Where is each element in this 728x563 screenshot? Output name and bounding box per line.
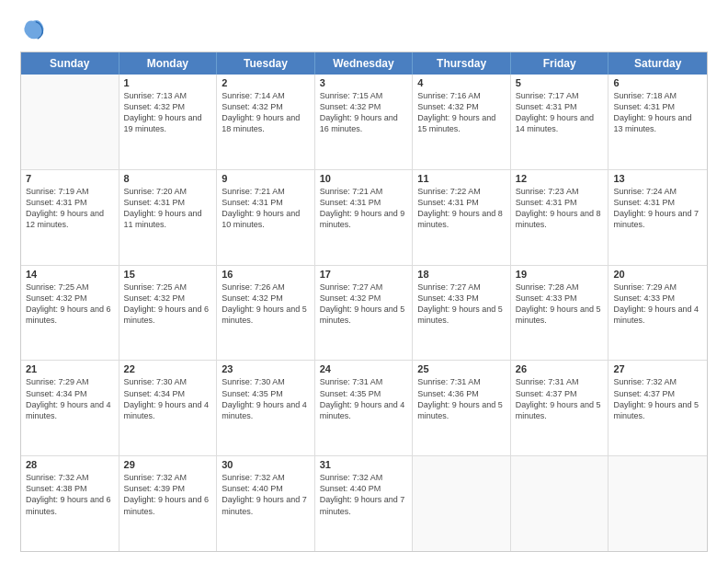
logo-icon (20, 17, 46, 42)
day-number: 17 (320, 269, 408, 280)
header-day: Saturday (609, 52, 707, 75)
calendar-cell: 18Sunrise: 7:27 AM Sunset: 4:33 PM Dayli… (413, 266, 511, 361)
day-number: 18 (417, 269, 506, 280)
calendar-cell: 14Sunrise: 7:25 AM Sunset: 4:32 PM Dayli… (21, 266, 119, 361)
cell-info: Sunrise: 7:31 AM Sunset: 4:36 PM Dayligh… (417, 376, 506, 421)
day-number: 16 (222, 269, 310, 280)
calendar-cell: 4Sunrise: 7:16 AM Sunset: 4:32 PM Daylig… (413, 75, 511, 169)
cell-info: Sunrise: 7:28 AM Sunset: 4:33 PM Dayligh… (516, 282, 604, 327)
cell-info: Sunrise: 7:19 AM Sunset: 4:31 PM Dayligh… (26, 186, 114, 231)
calendar-cell: 11Sunrise: 7:22 AM Sunset: 4:31 PM Dayli… (413, 170, 511, 265)
calendar-cell: 24Sunrise: 7:31 AM Sunset: 4:35 PM Dayli… (315, 361, 414, 455)
header-day: Monday (119, 52, 218, 75)
calendar-cell (413, 456, 511, 551)
page: SundayMondayTuesdayWednesdayThursdayFrid… (0, 0, 728, 563)
calendar-row: 28Sunrise: 7:32 AM Sunset: 4:38 PM Dayli… (21, 456, 707, 551)
calendar-row: 7Sunrise: 7:19 AM Sunset: 4:31 PM Daylig… (21, 170, 707, 266)
cell-info: Sunrise: 7:20 AM Sunset: 4:31 PM Dayligh… (124, 186, 212, 231)
cell-info: Sunrise: 7:25 AM Sunset: 4:32 PM Dayligh… (26, 282, 114, 327)
logo (20, 17, 50, 42)
cell-info: Sunrise: 7:32 AM Sunset: 4:38 PM Dayligh… (26, 472, 114, 517)
cell-info: Sunrise: 7:32 AM Sunset: 4:37 PM Dayligh… (613, 376, 702, 421)
cell-info: Sunrise: 7:21 AM Sunset: 4:31 PM Dayligh… (222, 186, 310, 231)
calendar-cell: 12Sunrise: 7:23 AM Sunset: 4:31 PM Dayli… (511, 170, 609, 265)
calendar-cell: 1Sunrise: 7:13 AM Sunset: 4:32 PM Daylig… (119, 75, 218, 169)
cell-info: Sunrise: 7:15 AM Sunset: 4:32 PM Dayligh… (320, 90, 408, 135)
calendar-cell: 16Sunrise: 7:26 AM Sunset: 4:32 PM Dayli… (217, 266, 315, 361)
header-day: Tuesday (217, 52, 315, 75)
calendar-cell: 3Sunrise: 7:15 AM Sunset: 4:32 PM Daylig… (315, 75, 414, 169)
calendar-body: 1Sunrise: 7:13 AM Sunset: 4:32 PM Daylig… (21, 75, 707, 551)
day-number: 31 (320, 459, 408, 470)
calendar-cell: 6Sunrise: 7:18 AM Sunset: 4:31 PM Daylig… (609, 75, 707, 169)
calendar-cell: 26Sunrise: 7:31 AM Sunset: 4:37 PM Dayli… (511, 361, 609, 455)
calendar-row: 1Sunrise: 7:13 AM Sunset: 4:32 PM Daylig… (21, 75, 707, 170)
day-number: 1 (124, 77, 212, 88)
calendar-cell: 31Sunrise: 7:32 AM Sunset: 4:40 PM Dayli… (315, 456, 414, 551)
calendar-cell: 5Sunrise: 7:17 AM Sunset: 4:31 PM Daylig… (511, 75, 609, 169)
calendar-cell: 27Sunrise: 7:32 AM Sunset: 4:37 PM Dayli… (609, 361, 707, 455)
day-number: 21 (26, 363, 114, 374)
day-number: 2 (222, 77, 310, 88)
cell-info: Sunrise: 7:14 AM Sunset: 4:32 PM Dayligh… (222, 90, 310, 135)
day-number: 24 (320, 363, 408, 374)
header-day: Thursday (413, 52, 511, 75)
cell-info: Sunrise: 7:16 AM Sunset: 4:32 PM Dayligh… (417, 90, 506, 135)
cell-info: Sunrise: 7:22 AM Sunset: 4:31 PM Dayligh… (417, 186, 506, 231)
day-number: 14 (26, 269, 114, 280)
cell-info: Sunrise: 7:24 AM Sunset: 4:31 PM Dayligh… (613, 186, 702, 231)
cell-info: Sunrise: 7:17 AM Sunset: 4:31 PM Dayligh… (516, 90, 604, 135)
calendar-cell: 2Sunrise: 7:14 AM Sunset: 4:32 PM Daylig… (217, 75, 315, 169)
cell-info: Sunrise: 7:21 AM Sunset: 4:31 PM Dayligh… (320, 186, 408, 231)
header-day: Sunday (21, 52, 119, 75)
cell-info: Sunrise: 7:32 AM Sunset: 4:40 PM Dayligh… (320, 472, 408, 517)
day-number: 13 (613, 173, 702, 184)
calendar-cell: 28Sunrise: 7:32 AM Sunset: 4:38 PM Dayli… (21, 456, 119, 551)
calendar-cell: 22Sunrise: 7:30 AM Sunset: 4:34 PM Dayli… (119, 361, 218, 455)
day-number: 30 (222, 459, 310, 470)
day-number: 26 (516, 363, 604, 374)
calendar-cell (511, 456, 609, 551)
day-number: 7 (26, 173, 114, 184)
cell-info: Sunrise: 7:30 AM Sunset: 4:34 PM Dayligh… (124, 376, 212, 421)
calendar-header: SundayMondayTuesdayWednesdayThursdayFrid… (21, 52, 707, 75)
day-number: 19 (516, 269, 604, 280)
calendar-cell: 19Sunrise: 7:28 AM Sunset: 4:33 PM Dayli… (511, 266, 609, 361)
calendar-row: 21Sunrise: 7:29 AM Sunset: 4:34 PM Dayli… (21, 361, 707, 456)
calendar-cell: 10Sunrise: 7:21 AM Sunset: 4:31 PM Dayli… (315, 170, 414, 265)
calendar-cell: 17Sunrise: 7:27 AM Sunset: 4:32 PM Dayli… (315, 266, 414, 361)
cell-info: Sunrise: 7:32 AM Sunset: 4:40 PM Dayligh… (222, 472, 310, 517)
cell-info: Sunrise: 7:32 AM Sunset: 4:39 PM Dayligh… (124, 472, 212, 517)
calendar-cell: 13Sunrise: 7:24 AM Sunset: 4:31 PM Dayli… (609, 170, 707, 265)
day-number: 23 (222, 363, 310, 374)
cell-info: Sunrise: 7:18 AM Sunset: 4:31 PM Dayligh… (613, 90, 702, 135)
calendar-cell: 9Sunrise: 7:21 AM Sunset: 4:31 PM Daylig… (217, 170, 315, 265)
cell-info: Sunrise: 7:27 AM Sunset: 4:32 PM Dayligh… (320, 282, 408, 327)
day-number: 5 (516, 77, 604, 88)
calendar-cell: 25Sunrise: 7:31 AM Sunset: 4:36 PM Dayli… (413, 361, 511, 455)
day-number: 8 (124, 173, 212, 184)
day-number: 27 (613, 363, 702, 374)
calendar-cell: 8Sunrise: 7:20 AM Sunset: 4:31 PM Daylig… (119, 170, 218, 265)
day-number: 11 (417, 173, 506, 184)
calendar-cell: 15Sunrise: 7:25 AM Sunset: 4:32 PM Dayli… (119, 266, 218, 361)
calendar-cell: 20Sunrise: 7:29 AM Sunset: 4:33 PM Dayli… (609, 266, 707, 361)
calendar-cell (609, 456, 707, 551)
cell-info: Sunrise: 7:26 AM Sunset: 4:32 PM Dayligh… (222, 282, 310, 327)
calendar-cell: 29Sunrise: 7:32 AM Sunset: 4:39 PM Dayli… (119, 456, 218, 551)
day-number: 25 (417, 363, 506, 374)
day-number: 10 (320, 173, 408, 184)
day-number: 12 (516, 173, 604, 184)
cell-info: Sunrise: 7:30 AM Sunset: 4:35 PM Dayligh… (222, 376, 310, 421)
calendar-cell: 23Sunrise: 7:30 AM Sunset: 4:35 PM Dayli… (217, 361, 315, 455)
day-number: 15 (124, 269, 212, 280)
header (20, 17, 708, 42)
day-number: 4 (417, 77, 506, 88)
calendar-cell (21, 75, 119, 169)
cell-info: Sunrise: 7:27 AM Sunset: 4:33 PM Dayligh… (417, 282, 506, 327)
day-number: 22 (124, 363, 212, 374)
day-number: 20 (613, 269, 702, 280)
calendar-cell: 30Sunrise: 7:32 AM Sunset: 4:40 PM Dayli… (217, 456, 315, 551)
cell-info: Sunrise: 7:31 AM Sunset: 4:35 PM Dayligh… (320, 376, 408, 421)
header-day: Wednesday (315, 52, 414, 75)
